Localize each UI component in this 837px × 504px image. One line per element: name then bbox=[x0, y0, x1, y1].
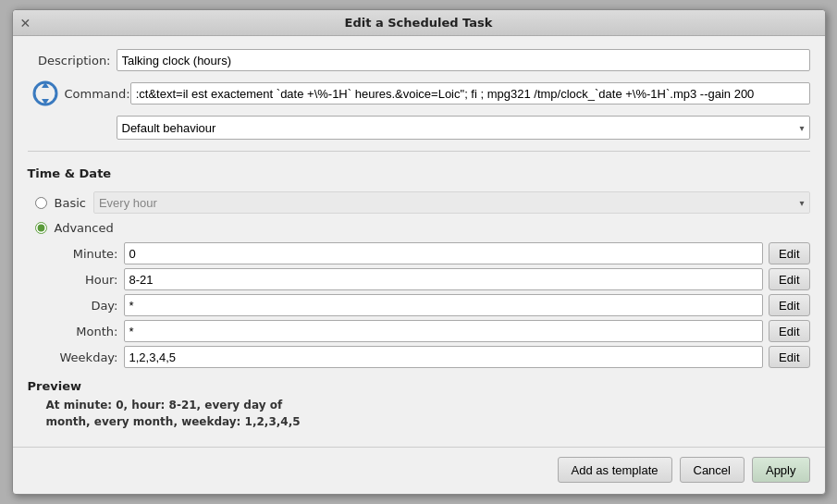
apply-button[interactable]: Apply bbox=[752, 457, 810, 483]
weekday-row: Weekday: Edit bbox=[35, 346, 810, 368]
advanced-fields: Minute: Edit Hour: Edit Day: Edit Month:… bbox=[28, 242, 810, 368]
preview-text: At minute: 0, hour: 8-21, every day of m… bbox=[28, 397, 810, 430]
dialog-body: Description: Command: bbox=[13, 36, 825, 443]
behaviour-row: Default behaviour ▾ bbox=[28, 116, 810, 140]
description-label: Description: bbox=[28, 54, 111, 68]
day-label: Day: bbox=[54, 299, 118, 313]
month-row: Month: Edit bbox=[35, 320, 810, 342]
minute-label: Minute: bbox=[54, 247, 118, 261]
behaviour-dropdown-wrapper: Default behaviour ▾ bbox=[117, 116, 810, 140]
button-row: Add as template Cancel Apply bbox=[13, 447, 825, 494]
hour-edit-button[interactable]: Edit bbox=[769, 268, 809, 290]
month-label: Month: bbox=[54, 325, 118, 338]
weekday-label: Weekday: bbox=[54, 350, 118, 364]
advanced-radio-label: Advanced bbox=[55, 221, 114, 235]
month-input[interactable] bbox=[124, 320, 764, 342]
advanced-radio[interactable] bbox=[35, 222, 47, 234]
preview-line2: month, every month, weekday: 1,2,3,4,5 bbox=[46, 415, 301, 428]
divider-1 bbox=[28, 151, 810, 152]
day-input[interactable] bbox=[124, 294, 764, 316]
hour-label: Hour: bbox=[54, 273, 118, 287]
day-row: Day: Edit bbox=[35, 294, 810, 316]
hour-input[interactable] bbox=[124, 268, 764, 290]
hour-row: Hour: Edit bbox=[35, 268, 810, 290]
description-input[interactable] bbox=[117, 49, 810, 71]
command-row: Command: bbox=[28, 79, 810, 108]
add-template-button[interactable]: Add as template bbox=[558, 457, 672, 483]
minute-edit-button[interactable]: Edit bbox=[769, 242, 809, 264]
dialog: ✕ Edit a Scheduled Task Description: bbox=[12, 9, 826, 495]
time-date-section-title: Time & Date bbox=[28, 166, 810, 180]
dialog-title: Edit a Scheduled Task bbox=[345, 16, 493, 30]
title-bar: ✕ Edit a Scheduled Task bbox=[13, 10, 825, 36]
day-edit-button[interactable]: Edit bbox=[769, 294, 809, 316]
basic-dropdown[interactable]: Every hour bbox=[93, 191, 810, 214]
basic-radio-label: Basic bbox=[55, 196, 86, 210]
basic-radio[interactable] bbox=[35, 197, 47, 209]
weekday-input[interactable] bbox=[124, 346, 764, 368]
weekday-edit-button[interactable]: Edit bbox=[769, 346, 809, 368]
command-input[interactable] bbox=[130, 82, 810, 104]
preview-section: Preview At minute: 0, hour: 8-21, every … bbox=[28, 379, 810, 430]
preview-title: Preview bbox=[28, 379, 810, 393]
advanced-radio-row: Advanced bbox=[28, 221, 810, 235]
minute-input[interactable] bbox=[124, 242, 764, 264]
basic-dropdown-wrapper: Every hour ▾ bbox=[93, 191, 810, 214]
minute-row: Minute: Edit bbox=[35, 242, 810, 264]
preview-line1: At minute: 0, hour: 8-21, every day of bbox=[46, 399, 283, 412]
command-label: Command: bbox=[65, 87, 130, 101]
basic-radio-row: Basic Every hour ▾ bbox=[28, 191, 810, 214]
behaviour-dropdown[interactable]: Default behaviour bbox=[117, 116, 810, 140]
cancel-button[interactable]: Cancel bbox=[680, 457, 745, 483]
close-icon[interactable]: ✕ bbox=[20, 17, 31, 30]
description-row: Description: bbox=[28, 49, 810, 71]
sync-icon bbox=[28, 79, 63, 108]
month-edit-button[interactable]: Edit bbox=[769, 320, 809, 342]
